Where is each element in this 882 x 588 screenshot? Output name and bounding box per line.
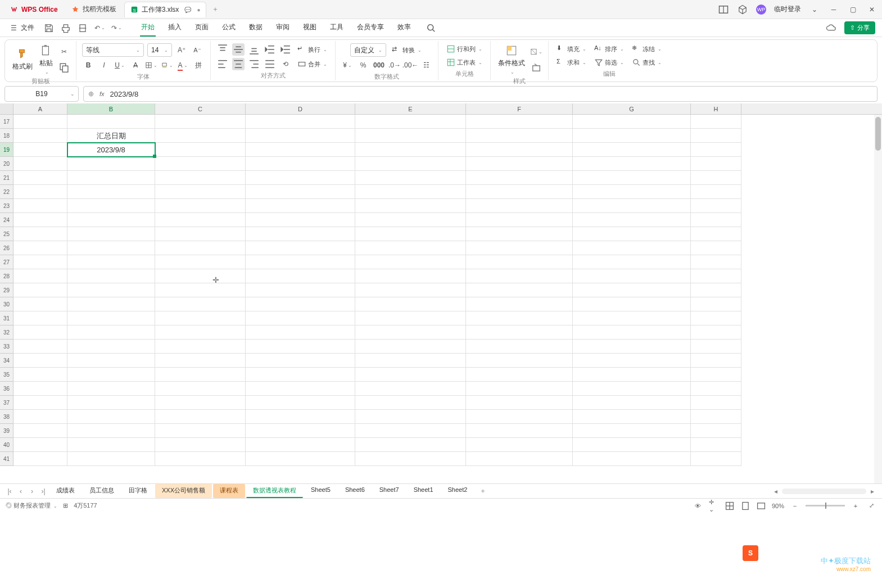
menu-tab-工具[interactable]: 工具	[329, 19, 345, 37]
cell-G20[interactable]	[573, 157, 691, 171]
chevron-down-icon[interactable]: ⌄	[70, 91, 75, 97]
col-header-C[interactable]: C	[155, 103, 246, 114]
cell-E40[interactable]	[355, 438, 466, 452]
cell-D41[interactable]	[246, 452, 355, 466]
cell-B32[interactable]	[67, 325, 155, 340]
justify-icon[interactable]	[264, 58, 276, 70]
wrap-text-button[interactable]: ↵换行⌄	[295, 44, 329, 55]
cell-D29[interactable]	[246, 283, 355, 297]
cell-E20[interactable]	[355, 157, 466, 171]
row-col-button[interactable]: 行和列⌄	[444, 43, 485, 55]
filter-button[interactable]: 筛选⌄	[592, 57, 626, 68]
cell-F18[interactable]	[466, 129, 573, 143]
cell-C22[interactable]	[155, 185, 246, 199]
paste-button[interactable]: 粘贴⌄	[38, 43, 55, 76]
cell-A17[interactable]	[13, 115, 67, 129]
cell-F28[interactable]	[466, 269, 573, 283]
cell-A29[interactable]	[13, 283, 67, 297]
print-preview-icon[interactable]	[77, 22, 88, 34]
cell-H31[interactable]	[691, 311, 741, 325]
menu-tab-公式[interactable]: 公式	[221, 19, 237, 37]
cell-G26[interactable]	[573, 241, 691, 255]
cell-C35[interactable]	[155, 368, 246, 382]
cell-H28[interactable]	[691, 269, 741, 283]
cell-F29[interactable]	[466, 283, 573, 297]
file-menu-label[interactable]: 文件	[21, 23, 34, 33]
cell-G21[interactable]	[573, 171, 691, 185]
cell-H23[interactable]	[691, 199, 741, 213]
cell-C24[interactable]	[155, 213, 246, 227]
scroll-thumb[interactable]	[875, 117, 881, 151]
cell-A34[interactable]	[13, 354, 67, 368]
undo-icon[interactable]: ↶⌄	[94, 22, 105, 34]
cell-F41[interactable]	[466, 452, 573, 466]
number-settings-icon[interactable]: ☷	[420, 59, 432, 71]
phonetic-icon[interactable]: 拼	[192, 59, 205, 71]
cond-format-button[interactable]: 条件格式⌄	[496, 43, 527, 76]
cell-A41[interactable]	[13, 452, 67, 466]
cell-G38[interactable]	[573, 410, 691, 424]
cell-B18[interactable]: 汇总日期	[67, 129, 155, 143]
cell-B38[interactable]	[67, 410, 155, 424]
cell-F20[interactable]	[466, 157, 573, 171]
avatar[interactable]: WP	[756, 4, 766, 15]
align-right-icon[interactable]	[248, 58, 260, 70]
cell-B39[interactable]	[67, 424, 155, 438]
font-name-combo[interactable]: 等线⌄	[82, 43, 144, 57]
cell-H17[interactable]	[691, 115, 741, 129]
app-tab[interactable]: WPS Office	[4, 2, 64, 17]
cell-D30[interactable]	[246, 297, 355, 311]
view-normal-icon[interactable]	[725, 501, 735, 511]
cell-F21[interactable]	[466, 171, 573, 185]
add-tab-button[interactable]: ＋	[209, 3, 222, 16]
hscroll-left[interactable]: ◂	[771, 487, 781, 495]
row-header[interactable]: 38	[0, 410, 13, 424]
sheet-tab-Sheet7[interactable]: Sheet7	[373, 484, 406, 498]
cell-B34[interactable]	[67, 354, 155, 368]
row-header[interactable]: 19	[0, 143, 13, 157]
cell-C25[interactable]	[155, 227, 246, 241]
cell-G17[interactable]	[573, 115, 691, 129]
cell-F34[interactable]	[466, 354, 573, 368]
menu-tab-页面[interactable]: 页面	[194, 19, 210, 37]
menu-tab-效率[interactable]: 效率	[396, 19, 412, 37]
row-header[interactable]: 22	[0, 185, 13, 199]
row-header[interactable]: 23	[0, 199, 13, 213]
cell-E29[interactable]	[355, 283, 466, 297]
cell-A39[interactable]	[13, 424, 67, 438]
cell-H35[interactable]	[691, 368, 741, 382]
sheet-tab-员工信息[interactable]: 员工信息	[83, 484, 121, 498]
cell-C31[interactable]	[155, 311, 246, 325]
login-dropdown-icon[interactable]: ⌄	[809, 4, 820, 15]
cell-F40[interactable]	[466, 438, 573, 452]
cell-G34[interactable]	[573, 354, 691, 368]
cell-G29[interactable]	[573, 283, 691, 297]
align-bottom-icon[interactable]	[248, 43, 260, 56]
increase-decimal-icon[interactable]: .0→	[388, 59, 401, 71]
sheet-nav-next[interactable]: ›	[27, 487, 37, 495]
cell-H32[interactable]	[691, 325, 741, 340]
cell-F26[interactable]	[466, 241, 573, 255]
row-header[interactable]: 18	[0, 129, 13, 143]
cell-F36[interactable]	[466, 382, 573, 396]
cell-G24[interactable]	[573, 213, 691, 227]
row-header[interactable]: 41	[0, 452, 13, 466]
row-header[interactable]: 29	[0, 283, 13, 297]
cell-E25[interactable]	[355, 227, 466, 241]
cell-C37[interactable]	[155, 396, 246, 410]
cell-F35[interactable]	[466, 368, 573, 382]
vertical-scrollbar[interactable]	[874, 115, 882, 483]
menu-tab-视图[interactable]: 视图	[302, 19, 318, 37]
eye-icon[interactable]: 👁	[693, 501, 703, 511]
cell-G19[interactable]	[573, 143, 691, 157]
cell-D33[interactable]	[246, 340, 355, 354]
cell-C41[interactable]	[155, 452, 246, 466]
copy-icon[interactable]	[58, 61, 70, 74]
cell-H34[interactable]	[691, 354, 741, 368]
cell-H29[interactable]	[691, 283, 741, 297]
cell-A26[interactable]	[13, 241, 67, 255]
cell-B20[interactable]	[67, 157, 155, 171]
align-left-icon[interactable]	[216, 58, 229, 70]
cell-D38[interactable]	[246, 410, 355, 424]
hamburger-icon[interactable]: ☰	[8, 22, 19, 34]
